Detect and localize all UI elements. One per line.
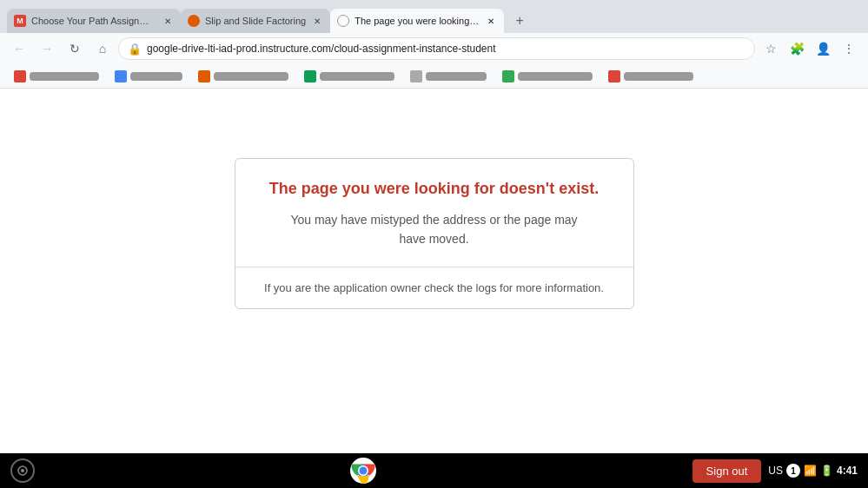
browser-frame: M Choose Your Path Assignment - ✕ Slip a… bbox=[0, 0, 868, 89]
error-body: You may have mistyped the address or the… bbox=[263, 210, 606, 249]
taskbar: Sign out US 1 📶 🔋 4:41 bbox=[0, 453, 868, 488]
svg-point-5 bbox=[360, 467, 368, 475]
bookmark-6[interactable] bbox=[495, 69, 600, 84]
launcher-icon bbox=[17, 465, 29, 477]
menu-icon[interactable]: ⋮ bbox=[837, 36, 861, 61]
tab-3-label: The page you were looking for d... bbox=[354, 16, 480, 26]
url-bar[interactable]: 🔒 google-drive-lti-iad-prod.instructure.… bbox=[118, 37, 755, 60]
error-card-footer: If you are the application owner check t… bbox=[235, 267, 633, 308]
error-footer-text: If you are the application owner check t… bbox=[264, 281, 604, 294]
back-button[interactable]: ← bbox=[7, 36, 31, 61]
svg-point-1 bbox=[21, 469, 24, 472]
taskbar-left bbox=[10, 458, 35, 483]
tab-3-favicon bbox=[337, 15, 349, 27]
content-area: The page you were looking for doesn't ex… bbox=[0, 89, 868, 453]
bookmark-1[interactable] bbox=[7, 69, 106, 84]
tab-2[interactable]: Slip and Slide Factoring ✕ bbox=[181, 9, 330, 33]
address-bar: ← → ↻ ⌂ 🔒 google-drive-lti-iad-prod.inst… bbox=[0, 33, 868, 64]
bookmark-5[interactable] bbox=[403, 69, 494, 84]
notification-count: 1 bbox=[786, 464, 800, 478]
error-body-line1: You may have mistyped the address or the… bbox=[290, 213, 577, 227]
tab-1-label: Choose Your Path Assignment - bbox=[31, 16, 156, 26]
launcher-button[interactable] bbox=[10, 458, 35, 483]
taskbar-center bbox=[35, 458, 692, 484]
taskbar-status: US 1 📶 🔋 4:41 bbox=[768, 464, 858, 478]
reload-button[interactable]: ↻ bbox=[63, 36, 87, 61]
tab-2-favicon bbox=[188, 15, 200, 27]
error-body-line2: have moved. bbox=[399, 232, 468, 246]
tab-bar: M Choose Your Path Assignment - ✕ Slip a… bbox=[0, 0, 868, 33]
bookmarks-bar bbox=[0, 64, 868, 89]
network-label: US bbox=[768, 465, 783, 477]
bookmark-2[interactable] bbox=[108, 69, 189, 84]
clock: 4:41 bbox=[837, 465, 858, 477]
error-card: The page you were looking for doesn't ex… bbox=[235, 158, 634, 309]
tab-3[interactable]: The page you were looking for d... ✕ bbox=[330, 9, 504, 33]
lock-icon: 🔒 bbox=[128, 43, 142, 56]
chrome-icon bbox=[350, 458, 376, 484]
profile-icon[interactable]: 👤 bbox=[811, 36, 835, 61]
tab-1-favicon: M bbox=[14, 15, 26, 27]
bookmark-7[interactable] bbox=[601, 69, 700, 84]
home-button[interactable]: ⌂ bbox=[90, 36, 115, 61]
tab-1-close[interactable]: ✕ bbox=[162, 15, 174, 27]
new-tab-button[interactable]: + bbox=[507, 9, 532, 33]
browser-action-icons: ☆ 🧩 👤 ⋮ bbox=[759, 36, 861, 61]
extension-puzzle-icon[interactable]: 🧩 bbox=[785, 36, 809, 61]
bookmark-3[interactable] bbox=[191, 69, 295, 84]
tab-2-close[interactable]: ✕ bbox=[311, 15, 323, 27]
forward-button[interactable]: → bbox=[35, 36, 59, 61]
error-title: The page you were looking for doesn't ex… bbox=[263, 180, 606, 198]
wifi-icon: 📶 bbox=[804, 465, 817, 477]
taskbar-right: Sign out US 1 📶 🔋 4:41 bbox=[692, 459, 858, 483]
error-card-top: The page you were looking for doesn't ex… bbox=[235, 159, 633, 267]
tab-1[interactable]: M Choose Your Path Assignment - ✕ bbox=[7, 9, 181, 33]
tab-3-close[interactable]: ✕ bbox=[485, 15, 497, 27]
tab-2-label: Slip and Slide Factoring bbox=[205, 16, 306, 26]
bookmark-star-icon[interactable]: ☆ bbox=[759, 36, 783, 61]
sign-out-button[interactable]: Sign out bbox=[692, 459, 762, 483]
bookmark-4[interactable] bbox=[297, 69, 401, 84]
url-text: google-drive-lti-iad-prod.instructure.co… bbox=[147, 43, 745, 55]
battery-icon: 🔋 bbox=[820, 465, 833, 477]
